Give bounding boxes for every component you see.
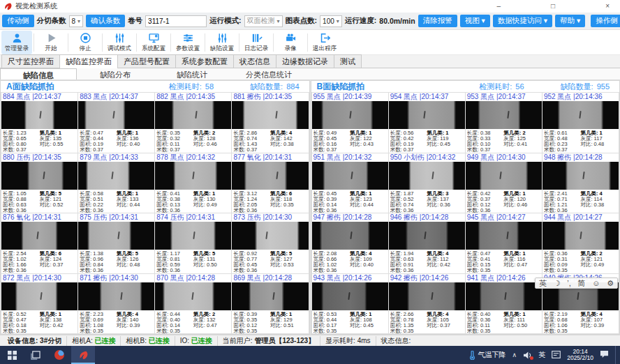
defect-card[interactable]: 881 擦伤 |20:14:35长度: 2.86宽度: 0.74面积: 1.43…: [232, 93, 308, 153]
subtab-defect-info[interactable]: 缺陷信息: [0, 68, 77, 79]
clear-alarm-button[interactable]: 清除报警: [418, 15, 457, 27]
chart-points-select[interactable]: 100 ▾: [320, 15, 342, 27]
defect-card[interactable]: 946 擦伤 |20:14:28长度: 1.94宽度: 0.63面积: 0.91…: [389, 213, 465, 273]
defect-card[interactable]: 951 黑点 |20:14:32长度: 0.45宽度: 0.39面积: 0.14…: [312, 153, 388, 213]
defect-card[interactable]: 945 黑点 |20:14:27长度: 0.47宽度: 0.41面积: 0.15…: [466, 213, 542, 273]
admin-login-button[interactable]: 管理登录: [1, 31, 32, 54]
defect-card[interactable]: 884 黑点 |20:14:37长度: 1.23宽度: 0.65面积: 0.80…: [1, 93, 78, 153]
defect-card[interactable]: 947 擦伤 |20:14:28长度: 2.08宽度: 0.66面积: 1.02…: [312, 213, 388, 273]
debug-mode-button[interactable]: 调试模式: [104, 31, 135, 54]
param-settings-button[interactable]: 参数设置: [172, 31, 203, 54]
task-view-button[interactable]: [24, 346, 47, 364]
defect-card[interactable]: 877 氧化 |20:14:31长度: 3.12宽度: 1.24面积: 2.05…: [232, 153, 308, 213]
tab-product-model-config[interactable]: 产品型号配置: [117, 54, 176, 68]
ime-mode-icon[interactable]: [552, 351, 561, 360]
tab-status-info[interactable]: 状态信息: [233, 54, 276, 68]
roll-number-input[interactable]: [145, 15, 207, 27]
minimize-button[interactable]: –: [497, 3, 501, 10]
count-label: 缺陷数量:: [561, 82, 593, 91]
defect-card[interactable]: 943 黑点 |20:14:26长度: 0.53宽度: 0.44面积: 0.17…: [312, 274, 388, 334]
defect-card[interactable]: 870 黑点 |20:14:28长度: 0.44宽度: 0.40面积: 0.14…: [155, 274, 231, 334]
defect-card[interactable]: 872 黑点 |20:14:30长度: 0.52宽度: 0.47面积: 0.18…: [1, 274, 78, 334]
tab-edge-data-record[interactable]: 边缘数据记录: [276, 54, 334, 68]
ime-simplified[interactable]: 简: [578, 278, 586, 288]
drive-side-button[interactable]: 传动侧: [2, 15, 34, 27]
panel-a-defect-count: 缺陷数量:884: [250, 82, 299, 92]
taskbar-clock[interactable]: 20:14 2025/2/10: [567, 349, 593, 362]
defect-card[interactable]: 880 压伤 |20:14:35长度: 1.05宽度: 0.88面积: 0.63…: [1, 153, 78, 213]
defect-card[interactable]: 879 黑点 |20:14:33长度: 0.58宽度: 0.51面积: 0.22…: [78, 153, 154, 213]
taskbar-app-remote-icon[interactable]: [47, 346, 71, 364]
ime-settings-icon[interactable]: ⚙: [607, 278, 614, 288]
run-mode-select[interactable]: 双面检测 ▾: [244, 15, 283, 27]
maximize-button[interactable]: □: [551, 3, 555, 10]
defect-measurements: 长度: 0.36宽度: 0.31面积: 0.09米数: 0.35: [544, 251, 581, 273]
view-menu-button[interactable]: 视图 ▾: [460, 15, 490, 27]
sub-tab-bar: 缺陷信息缺陷分布缺陷统计分类信息统计: [0, 68, 620, 80]
subtab-class-info-statistics[interactable]: 分类信息统计: [230, 68, 307, 79]
defect-card[interactable]: 869 黑点 |20:14:28长度: 0.39宽度: 0.35面积: 0.12…: [232, 274, 308, 334]
confirm-count-button[interactable]: 确认条数: [86, 15, 125, 27]
close-button[interactable]: ×: [605, 3, 610, 10]
defect-card[interactable]: 878 黑点 |20:14:32长度: 0.41宽度: 0.38面积: 0.13…: [155, 153, 231, 213]
elapsed-label: 检测耗时:: [169, 82, 202, 91]
log-record-button[interactable]: 日志记录: [241, 31, 272, 54]
defect-card[interactable]: 882 黑点 |20:14:35长度: 0.35宽度: 0.32面积: 0.11…: [155, 93, 231, 153]
start-button[interactable]: [0, 346, 24, 364]
defect-card[interactable]: 942 擦伤 |20:14:26长度: 2.66宽度: 0.78面积: 1.35…: [389, 274, 465, 334]
weather-widget[interactable]: 气温下降: [469, 350, 506, 360]
defect-card[interactable]: 876 氧化 |20:14:31长度: 2.54宽度: 1.02面积: 1.66…: [1, 213, 78, 273]
record-video-button[interactable]: 录像: [275, 31, 306, 54]
exit-program-button[interactable]: 退出程序: [309, 31, 340, 54]
show-desktop-button[interactable]: [615, 346, 618, 364]
defect-card[interactable]: 944 黑点 |20:14:27长度: 0.36宽度: 0.31面积: 0.09…: [542, 213, 619, 273]
tab-size-monitor[interactable]: 尺寸监控界面: [1, 54, 60, 68]
tab-test[interactable]: 测试: [334, 54, 362, 68]
start-button[interactable]: 开始: [36, 31, 66, 54]
window-controls: – □ ×: [497, 3, 617, 10]
camera-b-status: 相机B: 已连接: [120, 336, 174, 346]
defect-class-info: 第几类: 1灰度: 133对比: 0.44: [117, 191, 154, 213]
defect-card[interactable]: 871 擦伤 |20:14:30长度: 2.23宽度: 0.69面积: 1.08…: [78, 274, 154, 334]
ime-lang-en[interactable]: 英: [539, 278, 547, 288]
subtab-defect-statistics[interactable]: 缺陷统计: [154, 68, 230, 79]
system-config-button[interactable]: 系统配置: [138, 31, 169, 54]
help-menu-button[interactable]: 帮助 ▾: [555, 15, 585, 27]
defect-card[interactable]: 954 黑点 |20:14:37长度: 0.56宽度: 0.42面积: 0.19…: [389, 93, 465, 153]
defect-card[interactable]: 883 黑点 |20:14:37长度: 0.47宽度: 0.44面积: 0.19…: [78, 93, 154, 153]
data-quick-access-menu-button[interactable]: 数据快捷访问 ▾: [493, 15, 552, 27]
defect-card[interactable]: 949 黑点 |20:14:30长度: 0.42宽度: 0.37面积: 0.12…: [466, 153, 542, 213]
count-label: 缺陷数量:: [250, 82, 283, 91]
defect-measurements: 长度: 0.45宽度: 0.39面积: 0.14米数: 0.36: [313, 191, 350, 213]
defect-card[interactable]: 875 压伤 |20:14:31长度: 1.38宽度: 0.96面积: 0.84…: [78, 213, 154, 273]
clock-date: 2025/2/10: [567, 355, 593, 362]
defect-image: [389, 222, 465, 250]
defect-settings-button[interactable]: 缺陷设置: [207, 31, 237, 54]
ime-punct-icon[interactable]: ’,: [567, 278, 571, 288]
defect-card[interactable]: 873 压伤 |20:14:30长度: 0.92宽度: 0.77面积: 0.45…: [232, 213, 308, 273]
action-center-icon[interactable]: [600, 350, 609, 360]
operate-side-button[interactable]: 操作侧: [591, 15, 620, 27]
tray-expand-chevron-icon[interactable]: ∧: [512, 351, 517, 358]
ime-emoji-icon[interactable]: ☺: [592, 278, 600, 288]
defect-card[interactable]: 955 黑点 |20:14:39长度: 0.49宽度: 0.45面积: 0.16…: [312, 93, 388, 153]
log-icon: [251, 32, 263, 44]
stop-button[interactable]: 停止: [70, 31, 101, 54]
ime-moon-icon[interactable]: ☽: [554, 278, 561, 288]
defect-card[interactable]: 941 黑点 |20:14:26长度: 0.40宽度: 0.36面积: 0.11…: [466, 274, 542, 334]
defect-card[interactable]: 953 黑点 |20:14:37长度: 0.38宽度: 0.33面积: 0.10…: [466, 93, 542, 153]
slit-count-select[interactable]: 8 ▾: [69, 15, 84, 27]
defect-measurements: 长度: 3.12宽度: 1.24面积: 2.05米数: 0.36: [233, 191, 270, 213]
defect-card[interactable]: 952 黑点 |20:14:36长度: 0.61宽度: 0.48面积: 0.23…: [542, 93, 619, 153]
ime-language-indicator[interactable]: 英: [538, 350, 545, 360]
volume-icon[interactable]: [523, 351, 532, 359]
tab-system-param-config[interactable]: 系统参数配置: [175, 54, 234, 68]
defect-card[interactable]: 874 压伤 |20:14:31长度: 1.17宽度: 0.81面积: 0.59…: [155, 213, 231, 273]
defect-class-info: 第几类: 5灰度: 127对比: 0.53: [270, 251, 307, 273]
defect-card[interactable]: 950 小划伤 |20:14:32长度: 1.87宽度: 0.52面积: 0.7…: [389, 153, 465, 213]
app-logo-icon: [3, 2, 12, 10]
taskbar-app-vision-system-icon[interactable]: [71, 346, 95, 364]
tab-defect-monitor[interactable]: 缺陷监控界面: [59, 54, 118, 68]
defect-card[interactable]: 948 擦伤 |20:14:28长度: 2.41宽度: 0.71面积: 1.21…: [542, 153, 619, 213]
subtab-defect-distribution[interactable]: 缺陷分布: [77, 68, 154, 79]
